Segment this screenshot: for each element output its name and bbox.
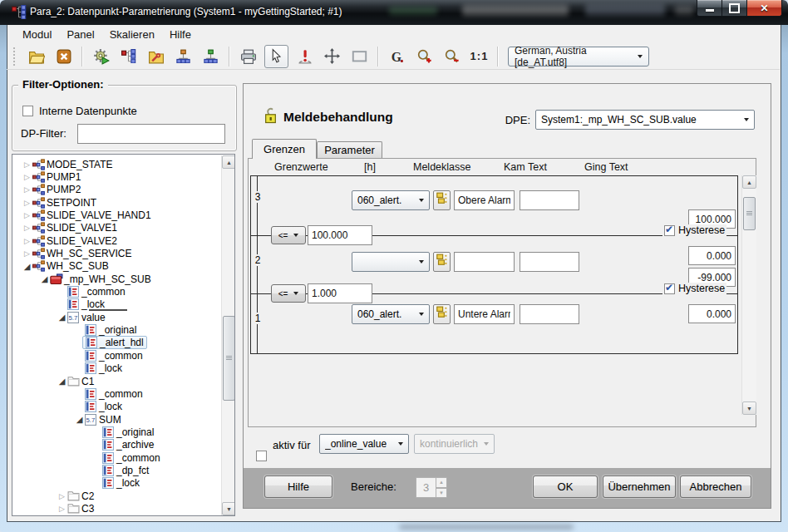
tree-item-lock[interactable]: _lock xyxy=(13,477,219,490)
dpe-combo[interactable]: System1:_mp_WH_SC_SUB.value xyxy=(535,110,755,130)
tree-item-c3[interactable]: ▷C3 xyxy=(13,502,219,515)
tree-item-dp_fct[interactable]: _dp_fct xyxy=(13,464,219,476)
tree-item-slide_valve_hand1[interactable]: ▷SLIDE_VALVE_HAND1 xyxy=(13,209,219,221)
limit-1-operator-combo[interactable]: <= xyxy=(271,226,306,244)
hotlink-button[interactable] xyxy=(293,46,316,67)
hysterese-2-lower-value[interactable] xyxy=(688,304,736,323)
tree-scrollbar[interactable]: ▲ ▼ xyxy=(221,155,235,515)
hilfe-button[interactable]: Hilfe xyxy=(264,475,332,498)
module-tree-button[interactable] xyxy=(117,46,140,67)
scale-1-1-button[interactable]: 1:1 xyxy=(468,46,490,67)
hysterese-1-checkbox[interactable] xyxy=(664,225,675,236)
limit-1-kam-text-input[interactable] xyxy=(454,304,515,324)
menu-hilfe[interactable]: Hilfe xyxy=(162,26,199,43)
limit-1-meldeklasse-combo[interactable]: 060_alert. xyxy=(352,304,430,324)
tree-green-button[interactable] xyxy=(199,46,222,67)
print-button[interactable] xyxy=(237,46,259,67)
maximize-button[interactable] xyxy=(722,0,747,17)
limit-3-kam-text-input[interactable] xyxy=(454,190,515,210)
expand-icon[interactable]: ▷ xyxy=(22,249,32,258)
tab-parameter[interactable]: Parameter xyxy=(317,141,382,158)
tree-item-pump1[interactable]: ▷PUMP1 xyxy=(13,170,219,183)
tree-scroll-up-button[interactable]: ▲ xyxy=(222,155,235,169)
menu-panel[interactable]: Panel xyxy=(59,26,101,43)
tree-item-lock[interactable]: _lock xyxy=(13,362,219,375)
tree-item-lock[interactable]: _lock xyxy=(13,298,219,311)
tree-item-archive[interactable]: _archive xyxy=(13,439,219,451)
aktiv-fuer-checkbox[interactable] xyxy=(256,451,267,461)
tree-item-alert_hdl[interactable]: _alert_hdl xyxy=(13,337,219,349)
menu-modul[interactable]: Modul xyxy=(15,26,59,43)
tree-item-value[interactable]: ◢5.7value xyxy=(13,311,219,323)
tree-item-setpoint[interactable]: ▷SETPOINT xyxy=(13,196,219,209)
limit-2-class-detail-button[interactable] xyxy=(433,252,451,272)
language-combo[interactable]: German, Austria [de_AT.utf8] xyxy=(508,47,649,66)
zoom-in-button[interactable] xyxy=(413,46,436,67)
limit-2-kam-text-input[interactable] xyxy=(454,252,515,272)
grenzwert-2-input[interactable] xyxy=(308,283,372,303)
collapse-icon[interactable]: ◢ xyxy=(22,262,32,271)
grenzwert-1-input[interactable] xyxy=(308,225,372,245)
tree-item-mode_state[interactable]: ▷MODE_STATE xyxy=(13,158,219,170)
limit-2-ging-text-input[interactable] xyxy=(520,252,579,272)
limit-3-class-detail-button[interactable] xyxy=(433,190,451,210)
tree-item-wh_sc_sub[interactable]: ◢WH_SC_SUB xyxy=(13,260,219,273)
tree-item-c1[interactable]: ◢C1 xyxy=(13,375,219,387)
expand-icon[interactable]: ▷ xyxy=(22,173,32,181)
tree-item-wh_sc_service[interactable]: ▷WH_SC_SERVICE xyxy=(13,247,219,259)
limit-1-ging-text-input[interactable] xyxy=(520,304,579,324)
toolbar-drag-handle[interactable] xyxy=(13,47,19,66)
tree-item-common[interactable]: _common xyxy=(13,349,219,362)
tree-item-original[interactable]: _original xyxy=(13,426,219,438)
hysterese-2-checkbox[interactable] xyxy=(664,283,675,294)
close-button[interactable]: ✕ xyxy=(747,0,782,17)
expand-icon[interactable]: ▷ xyxy=(22,185,32,194)
engineering-button[interactable] xyxy=(90,46,112,67)
tree-item-common[interactable]: _common xyxy=(13,285,219,298)
hysterese-1-lower-value[interactable] xyxy=(688,246,736,265)
zoom-rect-button[interactable] xyxy=(348,46,371,67)
collapse-icon[interactable]: ◢ xyxy=(74,415,85,424)
limits-scrollbar[interactable]: ▲ ▼ xyxy=(741,175,756,415)
tree-scroll-down-button[interactable]: ▼ xyxy=(222,502,235,515)
folder-open-button[interactable] xyxy=(25,46,47,67)
tree-item-c2[interactable]: ▷C2 xyxy=(13,490,219,502)
expand-icon[interactable]: ▷ xyxy=(57,505,67,513)
tree-item-common[interactable]: _common xyxy=(13,451,219,464)
limit-2-operator-combo[interactable]: <= xyxy=(271,284,306,303)
collapse-icon[interactable]: ◢ xyxy=(57,377,67,386)
internal-datapoints-checkbox[interactable] xyxy=(22,106,33,116)
collapse-icon[interactable]: ◢ xyxy=(39,274,50,283)
dp-filter-input[interactable] xyxy=(77,124,225,144)
limits-scrollbar-thumb[interactable] xyxy=(743,197,756,230)
minimize-button[interactable] xyxy=(697,0,722,17)
tree-item-common[interactable]: _common xyxy=(13,387,219,400)
expand-icon[interactable]: ▷ xyxy=(22,199,32,207)
limit-2-meldeklasse-combo[interactable] xyxy=(352,252,430,272)
tree-item-original[interactable]: _original xyxy=(13,323,219,336)
expand-icon[interactable]: ▷ xyxy=(22,160,32,169)
tree-item-pump2[interactable]: ▷PUMP2 xyxy=(13,184,219,196)
rotate-button[interactable]: G xyxy=(386,46,408,67)
move-button[interactable] xyxy=(321,46,343,67)
expand-icon[interactable]: ▷ xyxy=(22,224,32,232)
tree-scrollbar-thumb[interactable] xyxy=(223,316,235,401)
expand-icon[interactable]: ▷ xyxy=(57,492,67,500)
uebernehmen-button[interactable]: Übernehmen xyxy=(603,475,676,498)
expand-icon[interactable]: ▷ xyxy=(22,211,32,219)
tree-item-mp_wh_sc_sub[interactable]: ◢_mp_WH_SC_SUB xyxy=(13,273,219,285)
tree-item-slide_valve1[interactable]: ▷SLIDE_VALVE1 xyxy=(13,222,219,234)
tree-orange-button[interactable] xyxy=(172,46,195,67)
active-value-combo[interactable]: _online_value xyxy=(319,434,409,454)
limits-scroll-down-button[interactable]: ▼ xyxy=(742,401,756,415)
menu-skalieren[interactable]: Skalieren xyxy=(102,26,162,43)
spinner-up-button[interactable]: ▲ xyxy=(436,477,447,488)
toolbox-button[interactable] xyxy=(145,46,167,67)
limit-1-class-detail-button[interactable] xyxy=(433,304,451,324)
tree-item-sum[interactable]: ◢5.7SUM xyxy=(13,413,219,426)
select-button[interactable] xyxy=(264,45,288,68)
tree-item-lock[interactable]: _lock xyxy=(13,401,219,413)
limit-3-meldeklasse-combo[interactable]: 060_alert. xyxy=(352,190,430,210)
ok-button[interactable]: OK xyxy=(533,475,598,498)
tree-item-slide_valve2[interactable]: ▷SLIDE_VALVE2 xyxy=(13,234,219,247)
